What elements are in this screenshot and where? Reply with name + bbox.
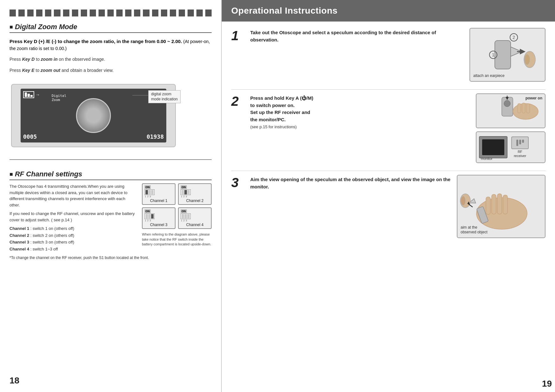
step-3-img: aim at theobserved object bbox=[457, 175, 545, 238]
svg-text:1: 1 bbox=[492, 52, 494, 57]
channel-4-box: ON 123 Channel 4 bbox=[178, 207, 212, 229]
step-1-text: Take out the Otoscope and select a specu… bbox=[250, 28, 463, 43]
ch4-item: Channel 4 : switch 1~3 off bbox=[10, 246, 136, 252]
ch3-item: Channel 3 : switch 3 on (others off) bbox=[10, 239, 136, 245]
rf-para2: If you need to change the RF channel, un… bbox=[10, 211, 136, 223]
rf-channels: ON 123 Channel 1 ON bbox=[142, 183, 212, 253]
channel-grid: ON 123 Channel 1 ON bbox=[142, 183, 212, 229]
step-1-num: 1 bbox=[231, 29, 244, 42]
power-on-img: power on bbox=[476, 93, 545, 128]
ch1-switches: ON 123 bbox=[144, 185, 173, 198]
rf-box bbox=[511, 136, 529, 149]
svg-point-10 bbox=[504, 100, 510, 107]
ch1-item: Channel 1 : switch 1 on (others off) bbox=[10, 225, 136, 232]
zoom-circle bbox=[76, 98, 111, 133]
ch3-label: Channel 3 bbox=[144, 223, 173, 227]
svg-rect-18 bbox=[492, 194, 496, 214]
svg-rect-12 bbox=[518, 104, 521, 113]
rf-section: RF Channel settings The Otoscope has 4 t… bbox=[10, 170, 212, 261]
svg-point-8 bbox=[525, 54, 530, 65]
left-panel: Digital Zoom Mode Press Key D (+) /E (-)… bbox=[0, 0, 222, 392]
sw-on bbox=[184, 190, 187, 194]
ch4-label: Channel 4 bbox=[181, 223, 209, 227]
section-divider bbox=[10, 159, 212, 160]
svg-rect-14 bbox=[526, 104, 530, 113]
svg-rect-13 bbox=[522, 103, 525, 113]
step-2-imgs: power on bbox=[476, 93, 545, 163]
step-3-text: Aim the view opening of the speculum at … bbox=[250, 175, 450, 190]
ch1-label: Channel 1 bbox=[144, 199, 173, 203]
zoom-top-left-icon: → Digital Zoom bbox=[23, 91, 40, 98]
digital-zoom-title: Digital Zoom Mode bbox=[10, 23, 212, 33]
right-content: 1 Take out the Otoscope and select a spe… bbox=[222, 22, 555, 376]
monitor-box bbox=[479, 136, 507, 158]
ch4-switches: ON 123 bbox=[181, 209, 209, 222]
monitor-label: monitor bbox=[481, 157, 493, 161]
ch3-switches: ON 123 bbox=[144, 209, 173, 222]
ch2-item: Channel 2 : switch 2 on (others off) bbox=[10, 232, 136, 239]
ch2-label: Channel 2 bbox=[181, 199, 209, 203]
otoscope-svg: 2 1 bbox=[476, 31, 539, 79]
monitor-screen bbox=[482, 139, 504, 155]
step-2-row: 2 Press and hold Key A (⏻/M)to switch po… bbox=[231, 93, 545, 163]
channel-2-box: ON 123 Channel 2 bbox=[178, 183, 212, 205]
rf-title: RF Channel settings bbox=[10, 170, 212, 180]
svg-rect-19 bbox=[497, 194, 502, 214]
divider-1-2 bbox=[231, 89, 545, 90]
dotted-border bbox=[10, 9, 212, 16]
right-header: Operational Instructions bbox=[222, 0, 555, 22]
rf-monitor-img: RFreceiver monitor bbox=[476, 131, 545, 163]
zoom-bold-text: Press Key D (+) /E (-) to change the zoo… bbox=[10, 38, 212, 52]
zoom-text-label: Digital Zoom bbox=[52, 94, 66, 102]
callout-line bbox=[132, 95, 148, 96]
zoom-screen-container: → Digital Zoom 0005 01938 digital zoommo… bbox=[10, 81, 177, 150]
channel-1-box: ON 123 Channel 1 bbox=[142, 183, 175, 205]
step-2-text: Press and hold Key A (⏻/M)to switch powe… bbox=[250, 93, 469, 130]
power-on-label: power on bbox=[526, 96, 542, 100]
right-panel: Operational Instructions 1 Take out the … bbox=[222, 0, 555, 392]
step-2-num: 2 bbox=[231, 95, 244, 108]
svg-rect-17 bbox=[486, 197, 490, 214]
channel-3-box: ON 123 Channel 3 bbox=[142, 207, 175, 229]
zoom-bottom-numbers: 0005 01938 bbox=[23, 133, 164, 140]
svg-point-11 bbox=[513, 104, 538, 119]
channel-list: Channel 1 : switch 1 on (others off) Cha… bbox=[10, 225, 136, 252]
step-1-img: 2 1 bbox=[469, 28, 545, 82]
zoom-line2: Press Key E to zoom out and obtain a bro… bbox=[10, 67, 212, 74]
sw-on bbox=[145, 190, 148, 194]
page-num-right: 19 bbox=[222, 376, 555, 392]
arrow-icon: → bbox=[35, 92, 40, 97]
rf-footnote: *To change the channel on the RF receive… bbox=[10, 255, 212, 261]
aim-label: aim at theobserved object bbox=[461, 225, 488, 235]
svg-rect-20 bbox=[503, 195, 507, 214]
rf-receiver-box: RFreceiver bbox=[511, 136, 529, 158]
callout-box: digital zoommode indication bbox=[148, 90, 181, 103]
sw-on bbox=[151, 214, 154, 218]
channel-note: When refering to the diagram above, plea… bbox=[142, 232, 212, 247]
bar-chart-icon bbox=[23, 91, 34, 98]
step-3-num: 3 bbox=[231, 176, 244, 189]
callout-container: digital zoommode indication bbox=[132, 90, 181, 103]
zoom-line1: Press Key D to zoom in on the observed i… bbox=[10, 56, 212, 63]
rf-para1: The Otoscope has 4 transmitting channels… bbox=[10, 183, 136, 208]
divider-2-3 bbox=[231, 171, 545, 171]
ch2-switches: ON 123 bbox=[181, 185, 209, 198]
step-1-row: 1 Take out the Otoscope and select a spe… bbox=[231, 28, 545, 82]
rf-receiver-label: RFreceiver bbox=[514, 150, 526, 158]
svg-text:2: 2 bbox=[513, 35, 515, 40]
rf-text: The Otoscope has 4 transmitting channels… bbox=[10, 183, 136, 253]
attach-earpiece-label: attach an earpiece bbox=[473, 73, 505, 79]
page-num-left: 18 bbox=[10, 369, 212, 386]
rf-content: The Otoscope has 4 transmitting channels… bbox=[10, 183, 212, 253]
step-3-row: 3 Aim the view opening of the speculum a… bbox=[231, 175, 545, 238]
svg-point-24 bbox=[461, 196, 465, 205]
